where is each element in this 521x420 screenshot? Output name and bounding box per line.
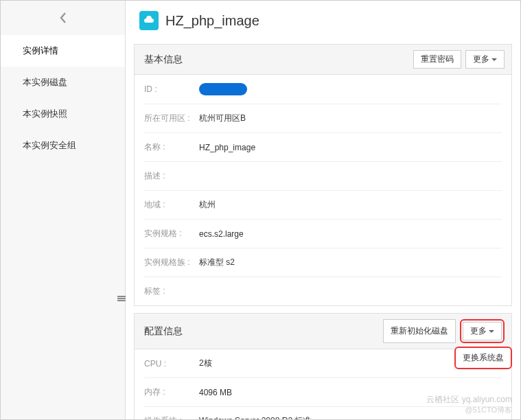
- dropdown-item-change-system-disk[interactable]: 更换系统盘: [454, 347, 512, 369]
- cloud-icon: [139, 11, 159, 30]
- sidebar-item-label: 本实例安全组: [23, 140, 76, 150]
- sidebar-item-snapshot[interactable]: 本实例快照: [1, 98, 125, 130]
- dropdown-item-label: 更换系统盘: [463, 353, 504, 362]
- sidebar: 实例详情 本实例磁盘 本实例快照 本实例安全组: [1, 1, 126, 419]
- panel-actions: 重新初始化磁盘 更多: [383, 319, 505, 343]
- panel-header: 配置信息 重新初始化磁盘 更多: [135, 314, 511, 349]
- field-label: 实例规格 :: [144, 228, 199, 240]
- field-label: 标签 :: [144, 285, 199, 297]
- field-id: ID :: [144, 75, 502, 104]
- more-button[interactable]: 更多: [465, 50, 505, 69]
- field-value: 标准型 s2: [199, 257, 235, 268]
- config-more-button[interactable]: 更多: [463, 322, 502, 340]
- reinit-disk-button[interactable]: 重新初始化磁盘: [383, 319, 456, 343]
- sidebar-item-label: 本实例快照: [23, 108, 67, 119]
- field-label: 操作系统 :: [144, 415, 199, 419]
- field-value: 2核: [199, 358, 212, 369]
- field-value: 杭州: [199, 199, 216, 211]
- panel-title: 基本信息: [144, 54, 183, 66]
- panel-actions: 重置密码 更多: [413, 50, 505, 69]
- field-label: 描述 :: [144, 170, 199, 182]
- back-button[interactable]: [1, 1, 125, 35]
- page-title: HZ_php_image: [165, 13, 259, 29]
- sidebar-item-security[interactable]: 本实例安全组: [1, 130, 125, 161]
- id-redacted-pill: [199, 83, 247, 95]
- field-value: 4096 MB: [199, 388, 232, 397]
- field-name: 名称 : HZ_php_image: [144, 133, 502, 162]
- reset-password-button[interactable]: 重置密码: [413, 50, 461, 69]
- field-value: ecs.s2.large: [199, 229, 244, 239]
- field-label: 所在可用区 :: [144, 113, 199, 124]
- field-value: 杭州可用区B: [199, 113, 246, 124]
- caret-down-icon: [491, 58, 497, 61]
- field-os: 操作系统 : Windows Server 2008 R2 标准...: [144, 407, 502, 419]
- button-label: 重置密码: [421, 54, 454, 65]
- sidebar-item-label: 实例详情: [23, 45, 58, 56]
- button-label: 更多: [473, 54, 489, 65]
- field-cpu: CPU : 2核: [144, 349, 502, 378]
- panel-title: 配置信息: [144, 325, 183, 338]
- field-zone: 所在可用区 : 杭州可用区B: [144, 104, 502, 133]
- field-region: 地域 : 杭州: [144, 191, 502, 220]
- field-value: Windows Server 2008 R2 标准...: [199, 415, 318, 419]
- field-label: 实例规格族 :: [144, 257, 199, 268]
- field-label: 名称 :: [144, 141, 199, 153]
- caret-down-icon: [489, 330, 494, 333]
- field-label: 内存 :: [144, 386, 199, 398]
- field-label: ID :: [144, 84, 199, 94]
- sidebar-item-label: 本实例磁盘: [23, 77, 67, 87]
- scroll-handle-icon[interactable]: [117, 296, 126, 301]
- field-value: [199, 83, 247, 95]
- sidebar-item-details[interactable]: 实例详情: [1, 35, 125, 67]
- panel-body: ID : 所在可用区 : 杭州可用区B 名称 : HZ_php_image 描述…: [135, 75, 511, 305]
- field-value: HZ_php_image: [199, 143, 255, 152]
- chevron-left-icon: [59, 12, 67, 24]
- field-mem: 内存 : 4096 MB: [144, 378, 502, 407]
- button-label: 重新初始化磁盘: [391, 325, 448, 337]
- field-desc: 描述 :: [144, 162, 502, 191]
- panel-header: 基本信息 重置密码 更多: [135, 45, 511, 75]
- page-header: HZ_php_image: [126, 1, 520, 37]
- highlight-annotation: 更多: [460, 319, 505, 343]
- button-label: 更多: [470, 325, 487, 337]
- field-family: 实例规格族 : 标准型 s2: [144, 248, 502, 277]
- sidebar-item-disk[interactable]: 本实例磁盘: [1, 67, 125, 98]
- panel-basic-info: 基本信息 重置密码 更多 ID : 所在可用区 : 杭州可用区B 名称 : HZ…: [134, 44, 512, 306]
- field-tags: 标签 :: [144, 277, 502, 305]
- field-label: 地域 :: [144, 199, 199, 211]
- field-spec: 实例规格 : ecs.s2.large: [144, 220, 502, 248]
- field-label: CPU :: [144, 359, 199, 369]
